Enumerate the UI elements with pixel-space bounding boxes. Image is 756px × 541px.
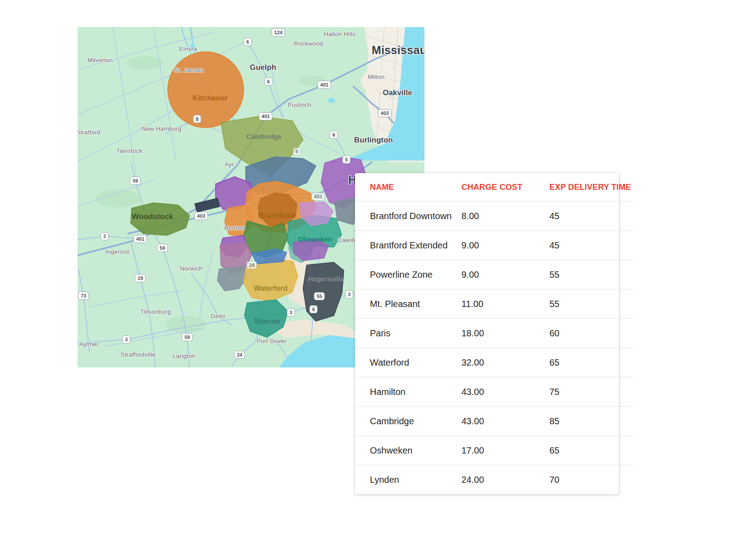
route-badge-401: 401	[134, 235, 147, 243]
charge-cost-cell: 9.00	[461, 231, 549, 260]
route-badge-3: 3	[287, 308, 295, 316]
route-badge-403: 403	[194, 212, 208, 220]
zone-name-cell: Brantford Downtown	[355, 202, 461, 231]
charge-cost-cell: 11.00	[461, 289, 549, 319]
map-label-halton-hills: Halton Hills	[324, 31, 356, 37]
route-badge-5: 5	[342, 156, 350, 164]
map-label-ingersoll: Ingersoll	[106, 248, 129, 255]
column-header-name: NAME	[355, 173, 461, 202]
exp-delivery-time-cell: 45	[549, 231, 634, 260]
route-badge-3: 3	[122, 335, 130, 344]
zone-name-cell: Hamilton	[355, 377, 461, 407]
route-badge-24: 24	[246, 261, 257, 269]
table-row[interactable]: Waterford32.0065	[355, 348, 634, 377]
zone-kitchener[interactable]	[168, 52, 244, 128]
route-badge-401: 401	[259, 112, 272, 120]
delivery-zones-table: NAME CHARGE COST EXP DELIVERY TIME Brant…	[355, 173, 634, 494]
map-label-oakville: Oakville	[383, 88, 412, 97]
charge-cost-cell: 17.00	[461, 436, 549, 465]
table-row[interactable]: Oshweken17.0065	[355, 436, 634, 465]
zone-name-cell: Mt. Pleasant	[355, 289, 461, 319]
map-label-woodstock: Woodstock	[132, 212, 173, 221]
exp-delivery-time-cell: 55	[549, 260, 634, 289]
map-label-tavistock: Tavistock	[116, 147, 142, 154]
exp-delivery-time-cell: 60	[549, 319, 634, 348]
map-label-ayr: Ayr	[225, 161, 234, 168]
map-label-elmira: Elmira	[179, 46, 197, 52]
map-label-hagersville: Hagersville	[308, 275, 344, 283]
zone-name-cell: Brantford Extended	[355, 231, 461, 260]
exp-delivery-time-cell: 75	[549, 377, 634, 407]
charge-cost-cell: 8.00	[461, 202, 549, 231]
zone-name-cell: Waterford	[355, 348, 461, 377]
column-header-exp-delivery-time: EXP DELIVERY TIME	[549, 173, 634, 202]
map-label-puslinch: Puslinch	[288, 101, 312, 108]
map-label-guelph: Guelph	[250, 63, 277, 72]
table-row[interactable]: Powerline Zone9.0055	[355, 260, 634, 289]
table-row[interactable]: Paris18.0060	[355, 319, 634, 348]
table-row[interactable]: Mt. Pleasant11.0055	[355, 289, 634, 319]
exp-delivery-time-cell: 70	[549, 465, 634, 495]
map-label-simcoe: Simcoe	[254, 317, 280, 326]
map-label-straffordville: Straffordville	[120, 351, 156, 358]
route-badge-24: 24	[234, 351, 245, 359]
map-label-port-dover: Port Dover	[257, 338, 287, 344]
map-label-langton: Langton	[173, 353, 195, 359]
map-label-cambridge: Cambridge	[246, 133, 281, 140]
route-badge-403: 403	[311, 193, 325, 201]
map-label-norwich: Norwich	[180, 265, 203, 272]
zone-name-cell: Lynden	[355, 465, 461, 495]
route-badge-55: 55	[314, 292, 325, 300]
map-label-ohsweken: Ohsweken	[298, 235, 332, 243]
charge-cost-cell: 32.00	[461, 348, 549, 377]
route-badge-19: 19	[135, 274, 146, 282]
zone-name-cell: Cambridge	[355, 407, 461, 436]
route-badge-401: 401	[318, 81, 331, 89]
zone-name-cell: Oshweken	[355, 436, 461, 465]
route-badge-6: 6	[330, 131, 338, 139]
charge-cost-cell: 18.00	[461, 319, 549, 348]
route-badge-6: 6	[309, 305, 318, 313]
map-label-brantford: Brantford	[258, 211, 295, 220]
map-label-delhi: Delhi	[211, 313, 225, 320]
table-row[interactable]: Cambridge43.0085	[355, 407, 634, 436]
table-row[interactable]: Hamilton43.0075	[355, 377, 634, 407]
map-label-tillsonburg: Tillsonburg	[140, 308, 171, 315]
table-row[interactable]: Lynden24.0070	[355, 465, 634, 495]
charge-cost-cell: 43.00	[461, 377, 549, 407]
route-badge-3: 3	[345, 290, 353, 298]
map-label-rockwood: Rockwood	[294, 40, 323, 47]
map-label-milverton: Milverton	[88, 57, 113, 64]
route-badge-8: 8	[193, 115, 201, 123]
route-badge-403: 403	[378, 109, 392, 117]
route-badge-59: 59	[182, 333, 193, 341]
route-badge-2: 2	[101, 232, 109, 240]
map-label-st-jacobs: St. Jacobs	[174, 67, 203, 73]
charge-cost-cell: 43.00	[461, 407, 549, 436]
zone-name-cell: Powerline Zone	[355, 260, 461, 289]
column-header-charge-cost: CHARGE COST	[461, 173, 549, 202]
route-badge-6: 6	[244, 38, 252, 46]
charge-cost-cell: 9.00	[461, 260, 549, 289]
route-badge-59: 59	[157, 244, 168, 252]
zone-name-cell: Paris	[355, 319, 461, 348]
map-label-mississauga: Mississauga	[372, 44, 424, 57]
map-label-burford: Burford	[224, 225, 245, 231]
exp-delivery-time-cell: 55	[549, 289, 634, 319]
route-badge-124: 124	[272, 28, 285, 37]
table-body: Brantford Downtown8.0045Brantford Extend…	[355, 202, 634, 495]
route-badge-59: 59	[130, 177, 141, 185]
table-header-row: NAME CHARGE COST EXP DELIVERY TIME	[355, 173, 634, 202]
map-label-new-hamburg: New Hamburg	[142, 125, 181, 132]
charge-cost-cell: 24.00	[461, 465, 549, 495]
exp-delivery-time-cell: 45	[549, 202, 634, 231]
route-badge-8: 8	[293, 147, 301, 156]
route-badge-73: 73	[78, 292, 89, 300]
table-row[interactable]: Brantford Extended9.0045	[355, 231, 634, 260]
map-label-milton: Milton	[368, 73, 384, 80]
table-row[interactable]: Brantford Downtown8.0045	[355, 202, 634, 231]
map-label-waterford: Waterford	[254, 284, 288, 293]
map-label-burlington: Burlington	[354, 136, 393, 145]
exp-delivery-time-cell: 65	[549, 436, 634, 465]
exp-delivery-time-cell: 65	[549, 348, 634, 377]
